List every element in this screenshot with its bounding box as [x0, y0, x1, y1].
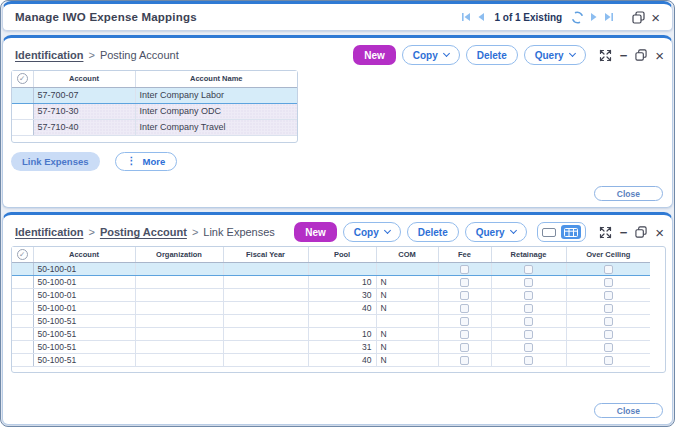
column-header-organization[interactable]: Organization	[135, 247, 223, 262]
refresh-button[interactable]	[571, 11, 584, 24]
column-header-over-ceiling[interactable]: Over Ceiling	[566, 247, 650, 262]
previous-record-button[interactable]	[477, 12, 485, 22]
copy-button[interactable]: Copy	[402, 45, 460, 65]
link-expense-row[interactable]: 50-100-51 10 N	[12, 327, 650, 340]
next-record-button[interactable]	[590, 12, 598, 22]
column-header-account[interactable]: Account	[33, 71, 135, 87]
column-header-com[interactable]: COM	[376, 247, 438, 262]
link-expenses-close-button[interactable]: Close	[594, 403, 663, 418]
link-expense-row[interactable]: 50-100-01 30 N	[12, 288, 650, 301]
fee-checkbox[interactable]	[460, 304, 469, 313]
cell-account-name[interactable]: Inter Company Labor	[135, 87, 297, 103]
over-ceiling-checkbox[interactable]	[604, 356, 613, 365]
cell-pool[interactable]: 31	[308, 340, 376, 353]
column-header-fee[interactable]: Fee	[438, 247, 491, 262]
open-in-new-window-button[interactable]	[632, 11, 645, 24]
link-expense-row[interactable]: 50-100-51 31 N	[12, 340, 650, 353]
posting-account-row[interactable]: 57-700-07 Inter Company Labor	[12, 87, 297, 103]
query-button[interactable]: Query	[465, 222, 527, 242]
link-expense-row[interactable]: 50-100-01 40 N	[12, 301, 650, 314]
cell-pool[interactable]: 40	[308, 301, 376, 314]
posting-account-close-button[interactable]: Close	[594, 186, 663, 201]
row-selector[interactable]	[12, 87, 33, 103]
cell-pool[interactable]	[308, 262, 376, 275]
close-panel-button[interactable]: ×	[655, 225, 664, 240]
close-application-button[interactable]: ×	[651, 10, 660, 25]
row-selector[interactable]	[12, 301, 33, 314]
over-ceiling-checkbox[interactable]	[604, 317, 613, 326]
cell-organization[interactable]	[135, 353, 223, 366]
copy-button[interactable]: Copy	[343, 222, 401, 242]
cell-com[interactable]: N	[376, 327, 438, 340]
cell-account[interactable]: 50-100-01	[33, 262, 135, 275]
delete-button[interactable]: Delete	[466, 45, 518, 65]
last-record-button[interactable]	[604, 12, 614, 22]
minimize-panel-button[interactable]: −	[620, 49, 628, 62]
over-ceiling-checkbox[interactable]	[604, 343, 613, 352]
cell-account[interactable]: 57-710-40	[33, 119, 135, 135]
cell-com[interactable]: N	[376, 340, 438, 353]
row-selector[interactable]	[12, 353, 33, 366]
over-ceiling-checkbox[interactable]	[604, 291, 613, 300]
retainage-checkbox[interactable]	[524, 291, 533, 300]
column-header-pool[interactable]: Pool	[308, 247, 376, 262]
column-header-fiscal-year[interactable]: Fiscal Year	[223, 247, 308, 262]
select-all-icon[interactable]: ✓	[17, 73, 28, 84]
cell-account[interactable]: 50-100-51	[33, 353, 135, 366]
retainage-checkbox[interactable]	[524, 330, 533, 339]
over-ceiling-checkbox[interactable]	[604, 330, 613, 339]
link-expense-row[interactable]: 50-100-51 40 N	[12, 353, 650, 366]
retainage-checkbox[interactable]	[524, 265, 533, 274]
retainage-checkbox[interactable]	[524, 356, 533, 365]
row-selector[interactable]	[12, 119, 33, 135]
breadcrumb-identification[interactable]: Identification	[15, 49, 83, 61]
cell-com[interactable]	[376, 314, 438, 327]
cell-account[interactable]: 57-710-30	[33, 103, 135, 119]
fee-checkbox[interactable]	[460, 317, 469, 326]
fee-checkbox[interactable]	[460, 265, 469, 274]
fee-checkbox[interactable]	[460, 291, 469, 300]
column-header-retainage[interactable]: Retainage	[491, 247, 566, 262]
link-expense-row[interactable]: 50-100-01	[12, 262, 650, 275]
cell-pool[interactable]: 40	[308, 353, 376, 366]
cell-pool[interactable]: 10	[308, 327, 376, 340]
cell-organization[interactable]	[135, 301, 223, 314]
fee-checkbox[interactable]	[460, 343, 469, 352]
link-expense-row[interactable]: 50-100-01 10 N	[12, 275, 650, 288]
cell-account-name[interactable]: Inter Company ODC	[135, 103, 297, 119]
retainage-checkbox[interactable]	[524, 317, 533, 326]
posting-account-row[interactable]: 57-710-30 Inter Company ODC	[12, 103, 297, 119]
cell-com[interactable]	[376, 262, 438, 275]
cell-organization[interactable]	[135, 288, 223, 301]
expand-panel-button[interactable]	[599, 226, 612, 239]
cell-organization[interactable]	[135, 340, 223, 353]
cell-account[interactable]: 50-100-51	[33, 314, 135, 327]
cell-pool[interactable]: 30	[308, 288, 376, 301]
column-header-account-name[interactable]: Account Name	[135, 71, 297, 87]
cell-organization[interactable]	[135, 275, 223, 288]
select-all-header[interactable]: ✓	[12, 71, 33, 87]
fee-checkbox[interactable]	[460, 278, 469, 287]
more-button[interactable]: ⋮ More	[115, 152, 178, 171]
link-expense-row[interactable]: 50-100-51	[12, 314, 650, 327]
cell-account[interactable]: 50-100-51	[33, 340, 135, 353]
cell-pool[interactable]	[308, 314, 376, 327]
row-selector[interactable]	[12, 262, 33, 275]
cell-fiscal-year[interactable]	[223, 353, 308, 366]
cell-fiscal-year[interactable]	[223, 262, 308, 275]
row-selector[interactable]	[12, 314, 33, 327]
row-selector[interactable]	[12, 327, 33, 340]
expand-panel-button[interactable]	[599, 49, 612, 62]
select-all-header[interactable]: ✓	[12, 247, 33, 262]
retainage-checkbox[interactable]	[524, 304, 533, 313]
minimize-panel-button[interactable]: −	[620, 226, 628, 239]
retainage-checkbox[interactable]	[524, 343, 533, 352]
table-view-icon[interactable]	[561, 225, 581, 239]
query-button[interactable]: Query	[524, 45, 586, 65]
cell-fiscal-year[interactable]	[223, 288, 308, 301]
breadcrumb-posting-account[interactable]: Posting Account	[100, 226, 187, 238]
undock-panel-button[interactable]	[635, 49, 647, 61]
column-header-account[interactable]: Account	[33, 247, 135, 262]
cell-account-name[interactable]: Inter Company Travel	[135, 119, 297, 135]
row-selector[interactable]	[12, 103, 33, 119]
